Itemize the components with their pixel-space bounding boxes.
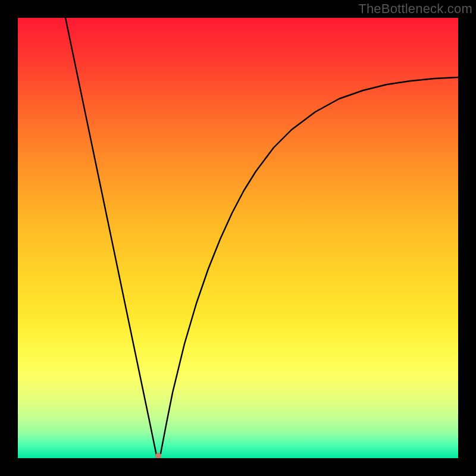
watermark-text: TheBottleneck.com xyxy=(358,1,472,17)
bottleneck-curve xyxy=(65,18,458,458)
chart-container: TheBottleneck.com xyxy=(0,0,476,476)
plot-area xyxy=(18,18,458,458)
chart-svg xyxy=(18,18,458,458)
